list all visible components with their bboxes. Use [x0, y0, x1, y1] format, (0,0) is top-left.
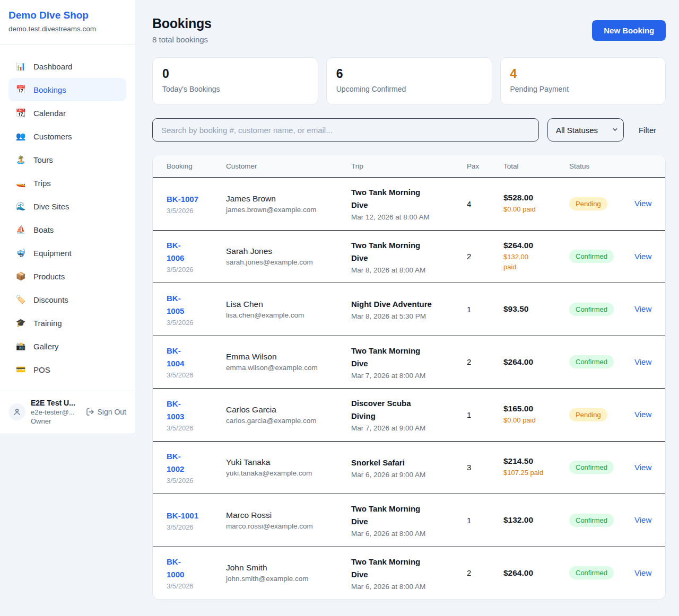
total-bookings-count: 8 total bookings: [152, 35, 212, 44]
total-amount: $93.50: [503, 304, 569, 314]
new-booking-button[interactable]: New Booking: [592, 20, 666, 41]
status-badge: Confirmed: [569, 514, 614, 527]
view-link[interactable]: View: [634, 515, 651, 524]
nav-item-label: Customers: [33, 132, 72, 141]
search-input[interactable]: [152, 118, 539, 142]
nav-item-label: Boats: [33, 225, 54, 234]
booking-id-link[interactable]: BK- 1005: [167, 292, 226, 318]
booking-id-link[interactable]: BK- 1002: [167, 450, 226, 476]
sidebar-item-training[interactable]: 🎓 Training: [8, 311, 126, 335]
booking-id-link[interactable]: BK- 1000: [167, 556, 226, 581]
nav-item-label: Training: [33, 319, 62, 328]
sidebar-item-dashboard[interactable]: 📊 Dashboard: [8, 55, 126, 78]
equipment-icon: 🤿: [15, 248, 26, 258]
total-amount: $264.00: [503, 241, 569, 250]
sign-out-label: Sign Out: [98, 408, 126, 416]
stat-label: Upcoming Confirmed: [336, 85, 482, 93]
trip-name: Night Dive Adventure: [351, 298, 467, 311]
nav-item-label: Trips: [33, 179, 51, 188]
table-row: BK- 1004 3/5/2026 Emma Wilson emma.wilso…: [153, 336, 665, 389]
booking-date: 3/5/2026: [167, 582, 226, 590]
sidebar-item-gallery[interactable]: 📸 Gallery: [8, 335, 126, 358]
pax-count: 1: [467, 305, 503, 314]
sidebar-item-boats[interactable]: ⛵ Boats: [8, 218, 126, 241]
status-filter: All Statuses: [547, 118, 624, 142]
sidebar-item-discounts[interactable]: 🏷️ Discounts: [8, 288, 126, 311]
sidebar-item-dive-sites[interactable]: 🌊 Dive Sites: [8, 195, 126, 218]
nav-item-label: POS: [33, 365, 50, 374]
view-link[interactable]: View: [634, 357, 651, 366]
booking-id-link[interactable]: BK- 1004: [167, 345, 226, 370]
view-link[interactable]: View: [634, 568, 651, 577]
trip-name: Snorkel Safari: [351, 456, 467, 469]
status-badge: Pending: [569, 197, 607, 210]
booking-id-link[interactable]: BK- 1006: [167, 239, 226, 265]
paid-amount: $0.00 paid: [503, 205, 569, 215]
total-amount: $132.00: [503, 515, 569, 525]
paid-amount: $132.00 paid: [503, 252, 569, 272]
sidebar-item-trips[interactable]: 🚤 Trips: [8, 171, 126, 195]
booking-id-link[interactable]: BK- 1003: [167, 398, 226, 423]
status-badge: Confirmed: [569, 566, 614, 579]
nav-item-label: Dive Sites: [33, 202, 69, 211]
filter-button[interactable]: Filter: [632, 126, 666, 135]
pax-count: 1: [467, 410, 503, 419]
customer-name: Emma Wilson: [226, 352, 351, 362]
booking-id-link[interactable]: BK-1007: [167, 193, 226, 206]
shop-domain: demo.test.divestreams.com: [8, 25, 126, 33]
status-filter-select[interactable]: All Statuses: [547, 118, 624, 142]
booking-id-link[interactable]: BK-1001: [167, 509, 226, 522]
table-row: BK-1001 3/5/2026 Marco Rossi marco.rossi…: [153, 494, 665, 547]
filter-row: All Statuses Filter: [152, 118, 666, 142]
gallery-icon: 📸: [15, 341, 26, 351]
user-role: Owner: [31, 417, 75, 425]
nav-item-label: Bookings: [33, 85, 66, 94]
status-badge: Confirmed: [569, 303, 614, 316]
pax-count: 2: [467, 252, 503, 261]
sidebar-item-products[interactable]: 📦 Products: [8, 265, 126, 288]
trip-name: Two Tank Morning Dive: [351, 503, 467, 528]
stat-label: Pending Payment: [510, 85, 656, 93]
booking-date: 3/5/2026: [167, 207, 226, 215]
page-title: Bookings: [152, 16, 212, 31]
view-link[interactable]: View: [634, 199, 651, 208]
sidebar-item-tours[interactable]: 🏝️ Tours: [8, 148, 126, 171]
bookings-icon: 📅: [15, 85, 26, 94]
customer-email: james.brown@example.com: [226, 206, 351, 214]
view-link[interactable]: View: [634, 304, 651, 313]
customer-name: James Brown: [226, 194, 351, 204]
column-header-status: Status: [569, 162, 634, 170]
table-row: BK- 1000 3/5/2026 John Smith john.smith@…: [153, 547, 665, 600]
table-row: BK- 1006 3/5/2026 Sarah Jones sarah.jone…: [153, 230, 665, 283]
user-email: e2e-tester@...: [31, 408, 75, 416]
customer-email: sarah.jones@example.com: [226, 258, 351, 266]
customer-email: yuki.tanaka@example.com: [226, 469, 351, 477]
user-section: E2E Test U... e2e-tester@... Owner Sign …: [0, 391, 135, 434]
customer-email: marco.rossi@example.com: [226, 522, 351, 530]
shop-header: Demo Dive Shop demo.test.divestreams.com: [0, 0, 135, 45]
pax-count: 2: [467, 357, 503, 366]
main-content: Bookings 8 total bookings New Booking 0 …: [135, 0, 679, 600]
trip-name: Two Tank Morning Dive: [351, 345, 467, 370]
sidebar-item-bookings[interactable]: 📅 Bookings: [8, 78, 126, 101]
sidebar-item-pos[interactable]: 💳 POS: [8, 358, 126, 381]
booking-date: 3/5/2026: [167, 523, 226, 531]
sign-out-icon: [86, 408, 94, 416]
view-link[interactable]: View: [634, 410, 651, 419]
view-link[interactable]: View: [634, 463, 651, 472]
customer-name: Sarah Jones: [226, 247, 351, 256]
booking-date: 3/5/2026: [167, 477, 226, 485]
trip-datetime: Mar 6, 2026 at 8:00 AM: [351, 583, 467, 591]
status-badge: Confirmed: [569, 461, 614, 474]
sidebar-item-calendar[interactable]: 📆 Calendar: [8, 101, 126, 125]
sidebar-nav: 📊 Dashboard 📅 Bookings 📆 Calendar 👥 Cust…: [0, 45, 135, 386]
table-row: BK- 1003 3/5/2026 Carlos Garcia carlos.g…: [153, 388, 665, 441]
view-link[interactable]: View: [634, 252, 651, 261]
total-amount: $264.00: [503, 357, 569, 367]
column-header-customer: Customer: [226, 162, 351, 170]
sidebar-item-equipment[interactable]: 🤿 Equipment: [8, 241, 126, 265]
bookings-table: Booking Customer Trip Pax Total Status B…: [152, 155, 666, 600]
customer-email: john.smith@example.com: [226, 575, 351, 583]
sign-out-button[interactable]: Sign Out: [86, 408, 126, 416]
sidebar-item-customers[interactable]: 👥 Customers: [8, 125, 126, 148]
